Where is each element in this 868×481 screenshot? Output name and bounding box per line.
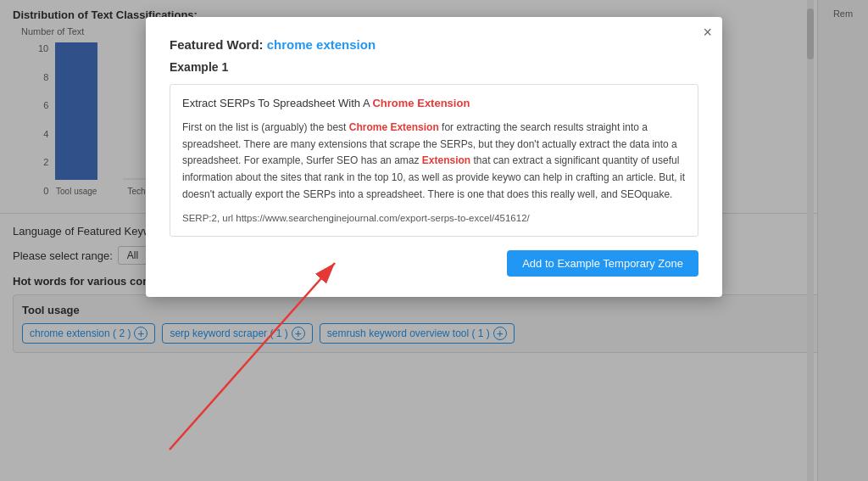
modal-url-text: SERP:2, url https://www.searchenginejour… — [182, 210, 686, 226]
featured-word-link[interactable]: chrome extension — [267, 37, 376, 52]
add-to-example-button[interactable]: Add to Example Temporary Zone — [507, 250, 698, 277]
modal-footer: Add to Example Temporary Zone — [170, 250, 698, 277]
modal-body-text: First on the list is (arguably) the best… — [182, 120, 686, 204]
modal-close-button[interactable]: × — [703, 24, 712, 42]
body-highlight-1: Chrome Extension — [349, 121, 439, 133]
modal-headline: Extract SERPs To Spreadsheet With A Chro… — [182, 95, 686, 113]
headline-highlight: Chrome Extension — [372, 97, 470, 109]
modal-overlay[interactable]: × Featured Word: chrome extension Exampl… — [0, 0, 868, 481]
modal-featured-word: Featured Word: chrome extension — [170, 37, 698, 52]
featured-word-prefix: Featured Word: — [170, 37, 264, 52]
modal-example-title: Example 1 — [170, 60, 698, 74]
modal: × Featured Word: chrome extension Exampl… — [146, 17, 722, 297]
headline-prefix: Extract SERPs To Spreadsheet With A — [182, 97, 372, 109]
modal-text-box: Extract SERPs To Spreadsheet With A Chro… — [170, 84, 698, 237]
body-highlight-2: Extension — [422, 154, 470, 166]
